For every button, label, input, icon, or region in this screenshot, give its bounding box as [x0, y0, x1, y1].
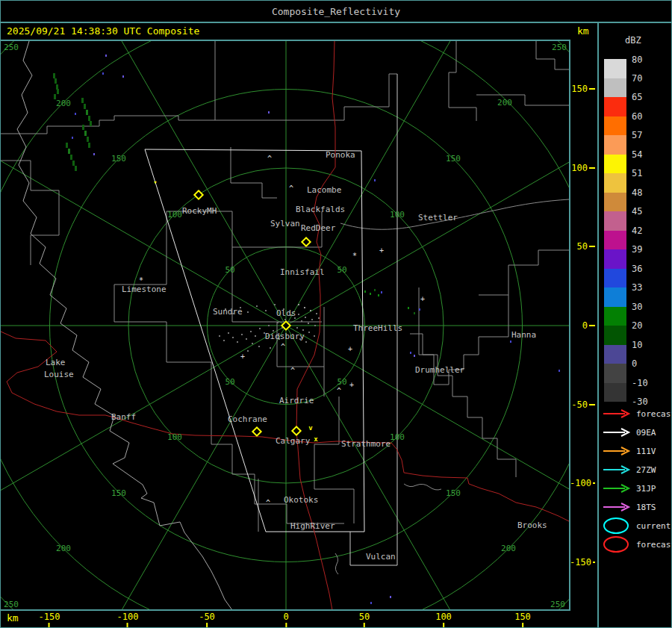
- precip-speck: [102, 72, 104, 75]
- dbz-color-block: [604, 155, 626, 173]
- precip-echo: [57, 89, 59, 94]
- track-arrow-icon: [603, 503, 631, 512]
- clutter-dot: [268, 325, 270, 326]
- legend-row: 31JP: [603, 483, 656, 494]
- clutter-dot: [232, 337, 234, 338]
- y-axis-tick-label: 100: [571, 163, 588, 173]
- clutter-dot: [304, 307, 305, 308]
- clutter-dot: [305, 317, 306, 318]
- dbz-scale-value: 54: [632, 149, 642, 160]
- dbz-scale-value: 30: [632, 302, 642, 312]
- clutter-dot: [296, 327, 298, 329]
- y-axis-tick-mark: [589, 88, 595, 90]
- precip-speck: [378, 294, 379, 296]
- x-axis-tick-mark: [443, 623, 444, 627]
- precip-speck: [122, 75, 124, 78]
- y-axis-tick: -100: [570, 479, 595, 488]
- range-ring-label: 200: [501, 544, 516, 553]
- precip-speck: [268, 111, 270, 114]
- clutter-dot: [252, 343, 253, 344]
- precip-speck: [93, 153, 95, 155]
- city-label: Didsbury: [265, 332, 305, 341]
- precip-echo: [86, 110, 88, 115]
- x-axis-tick-label: -50: [199, 612, 215, 622]
- km-unit-label-bottom: km: [7, 612, 19, 624]
- precip-echo: [68, 149, 70, 154]
- city-label: Vulcan: [366, 552, 396, 562]
- range-ring-label: 150: [111, 154, 126, 164]
- dbz-scale-value: 20: [632, 320, 642, 331]
- x-axis-tick: -50: [199, 612, 215, 627]
- town-marker: *: [139, 279, 143, 283]
- y-axis-tick: 0: [570, 321, 595, 330]
- clutter-dot: [298, 314, 299, 315]
- range-ring-label: 200: [497, 98, 512, 108]
- dbz-color-block: [604, 116, 626, 135]
- x-axis-tick-label: 0: [283, 612, 288, 622]
- county-boundaries: [1, 41, 569, 574]
- legend-label: current: [636, 521, 671, 531]
- range-ring-label: 200: [56, 99, 71, 108]
- x-axis-tick: 150: [514, 612, 531, 627]
- clutter-dot: [308, 323, 309, 324]
- range-ring-label: 100: [167, 210, 182, 220]
- clutter-dot: [311, 319, 313, 320]
- y-axis-tick-label: 0: [582, 320, 588, 331]
- clutter-dot: [277, 322, 279, 323]
- town-marker: ^: [281, 345, 285, 349]
- precip-speck: [105, 55, 107, 57]
- city-label: Airdrie: [279, 396, 314, 405]
- clutter-dot: [258, 346, 260, 347]
- precip-echo: [87, 137, 89, 142]
- city-label: Cochrane: [228, 414, 267, 424]
- clutter-dot: [237, 341, 238, 343]
- precip-speck: [75, 113, 76, 115]
- precip-speck: [364, 290, 366, 293]
- dbz-color-block: [604, 307, 626, 326]
- clutter-dot: [256, 305, 258, 307]
- clutter-dot: [223, 340, 225, 341]
- km-unit-label-top: km: [577, 25, 589, 37]
- window-title: Composite_Reflectivity: [1, 6, 671, 17]
- range-ring-label: 100: [390, 432, 405, 442]
- legend-row: 111V: [603, 446, 656, 456]
- y-axis-tick-mark: [593, 482, 595, 484]
- precip-echo: [53, 73, 55, 78]
- legend-row: current: [603, 520, 671, 531]
- x-axis-tick: -150: [39, 612, 60, 627]
- clutter-dot: [318, 317, 320, 319]
- precip-speck: [390, 596, 391, 598]
- x-axis-tick-label: 150: [514, 612, 531, 622]
- legend-label: forecast: [636, 540, 672, 550]
- info-bar: 2025/09/21 14:38:30 UTC Composite km: [1, 23, 671, 40]
- range-ring-label: 150: [446, 154, 461, 164]
- legend-row: 27ZW: [603, 464, 656, 475]
- clutter-dot: [259, 328, 261, 329]
- clutter-dot: [250, 331, 252, 332]
- radar-viewer-window: Composite_Reflectivity 2025/09/21 14:38:…: [0, 0, 672, 628]
- dbz-scale-value: 70: [632, 73, 642, 84]
- range-ring-label: 250: [550, 600, 565, 609]
- legend-label: 09EA: [636, 428, 656, 438]
- clutter-dot: [298, 304, 299, 305]
- precip-echo: [82, 125, 84, 130]
- dbz-scale-value: 10: [632, 340, 642, 350]
- precip-speck: [414, 312, 415, 314]
- range-ring-label: 50: [337, 265, 346, 275]
- dbz-scale-value: 33: [632, 282, 642, 293]
- track-arrow-icon: [603, 465, 631, 474]
- town-marker: ^: [289, 187, 293, 191]
- dbz-scale-value: 48: [632, 187, 642, 198]
- city-label: Strathmore: [341, 439, 391, 449]
- dbz-color-block: [604, 345, 626, 364]
- y-axis-tick-label: -150: [570, 557, 591, 568]
- radar-map-canvas[interactable]: 5050505010010010010015015015015020020020…: [1, 41, 569, 610]
- dbz-color-block: [604, 383, 626, 402]
- dbz-color-block: [604, 269, 626, 287]
- precip-speck: [72, 137, 73, 139]
- dbz-color-block: [604, 287, 626, 307]
- track-arrow-icon: [603, 447, 631, 456]
- city-label: Ponoka: [326, 150, 355, 160]
- dbz-color-block: [604, 364, 626, 383]
- precip-speck: [408, 307, 409, 309]
